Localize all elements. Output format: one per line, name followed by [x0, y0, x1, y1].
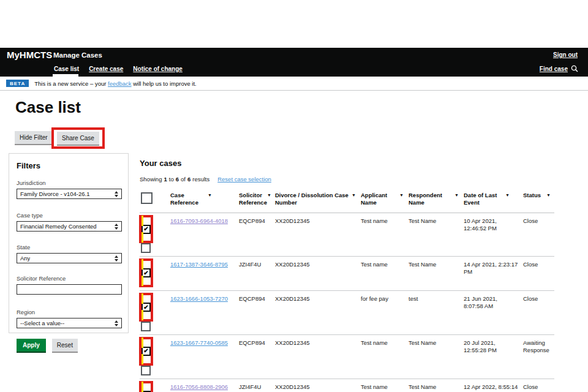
date-of-last-event-cell: 10 Apr 2021, 12:46:52 PM	[462, 213, 522, 257]
reset-button[interactable]: Reset	[52, 339, 78, 352]
share-case-button[interactable]: Share Case	[57, 132, 99, 145]
jurisdiction-select[interactable]: Family Divorce - v104-26.1	[17, 189, 122, 199]
date-of-last-event-cell: 20 Jul 2021, 12:55:28 PM	[462, 334, 522, 379]
row-checkbox[interactable]	[141, 243, 151, 253]
col-status: Status	[523, 192, 541, 199]
select-stepper-icon	[115, 191, 118, 197]
sort-icon[interactable]: ▼	[546, 192, 551, 198]
app-title: Manage Cases	[53, 51, 102, 59]
nav-item-case-list[interactable]: Case list	[54, 66, 79, 72]
applicant-name-cell: Test name	[360, 213, 407, 257]
row-checkbox-checked[interactable]: ✔	[141, 303, 151, 312]
row-checkbox-checked[interactable]: ✔	[141, 225, 151, 234]
showing-to: 6	[176, 176, 179, 183]
status-cell: Close	[522, 213, 554, 257]
beta-text-after: will help us to improve it.	[133, 80, 196, 87]
case-table-body: ✔ 1616-7093-6964-4018 EQCP894 XX20D12345…	[140, 213, 554, 392]
respondent-name-cell: Test Name	[407, 213, 462, 257]
solicitor-reference-cell: EQCP894	[238, 291, 274, 335]
reset-case-selection-link[interactable]: Reset case selection	[217, 176, 271, 183]
share-case-annotation-box: Share Case	[51, 127, 105, 149]
row-checkbox-checked[interactable]: ✔	[141, 268, 151, 277]
annotated-checkbox-wrap: ✔	[139, 258, 153, 287]
table-row: ✔ 1623-1666-1053-7270 EQCP894 XX20D12345…	[140, 291, 554, 335]
status-cell: Close	[522, 379, 554, 392]
solicitor-reference-cell: EQCP894	[238, 213, 274, 257]
applicant-name-cell: for fee pay	[360, 291, 407, 335]
hide-filter-button[interactable]: Hide Filter	[15, 131, 53, 144]
focus-ring: ✔	[141, 216, 151, 243]
respondent-name-cell: Test Name	[407, 379, 462, 392]
focus-ring: ✔	[141, 293, 151, 320]
beta-banner: BETA This is a new service – your feedba…	[0, 77, 588, 91]
divorce-case-number-cell: XX20D12345	[274, 334, 360, 379]
case-type-select[interactable]: Financial Remedy Consented	[17, 221, 122, 232]
case-reference-link[interactable]: 1617-1387-3646-8795	[170, 261, 228, 268]
state-select[interactable]: Any	[17, 253, 122, 263]
results-summary: Showing 1 to 6 of 6 results Reset case s…	[140, 176, 554, 183]
feedback-link[interactable]: feedback	[108, 80, 132, 87]
respondent-name-cell: Test Name	[407, 334, 462, 379]
region-label: Region	[17, 309, 121, 315]
annotated-checkbox-wrap: ✔	[139, 381, 153, 392]
table-row: ✔ 1617-1387-3646-8795 JZI4F4U XX20D12345…	[140, 257, 554, 291]
sort-icon[interactable]: ▼	[454, 192, 459, 198]
col-date-of-last-event: Date of Last Event	[464, 192, 505, 207]
respondent-name-cell: test	[407, 291, 462, 335]
search-icon	[571, 65, 578, 72]
jurisdiction-value: Family Divorce - v104-26.1	[20, 190, 90, 197]
region-value: --Select a value--	[20, 320, 64, 326]
select-all-checkbox[interactable]	[141, 192, 153, 204]
respondent-name-cell: Test Name	[407, 257, 462, 291]
row-checkbox[interactable]	[141, 366, 151, 375]
region-select[interactable]: --Select a value--	[17, 318, 122, 328]
main-nav: Case list Create case Notice of change	[54, 66, 183, 72]
state-label: State	[17, 244, 121, 251]
col-respondent-name: Respondent Name	[409, 192, 454, 207]
sort-icon[interactable]: ▼	[399, 192, 404, 198]
showing-prefix: Showing	[140, 176, 162, 183]
sort-icon[interactable]: ▼	[352, 192, 356, 198]
apply-button[interactable]: Apply	[17, 339, 46, 352]
results-title: Your cases	[140, 159, 554, 168]
col-divorce-case-number: Divorce / Dissolution Case Number	[275, 192, 352, 207]
sign-out-link[interactable]: Sign out	[553, 51, 578, 58]
sort-icon[interactable]: ▼	[267, 192, 271, 198]
row-checkbox-checked[interactable]: ✔	[141, 347, 151, 356]
focus-ring: ✔	[141, 337, 151, 364]
divorce-case-number-cell: XX20D12345	[274, 257, 360, 291]
annotated-checkbox-wrap: ✔	[139, 293, 153, 322]
annotated-checkbox-wrap: ✔	[139, 215, 153, 244]
find-case-label: Find case	[540, 66, 568, 72]
sort-icon[interactable]: ▼	[505, 192, 510, 198]
nav-item-notice-of-change[interactable]: Notice of change	[133, 66, 183, 72]
nav-item-create-case[interactable]: Create case	[89, 66, 123, 72]
case-reference-link[interactable]: 1616-7093-6964-4018	[170, 217, 228, 224]
date-of-last-event-cell: 14 Apr 2021, 2:23:17 PM	[462, 257, 522, 291]
beta-text-before: This is a new service – your	[34, 80, 106, 87]
col-case-reference: Case Reference	[170, 192, 208, 207]
showing-from: 1	[164, 176, 167, 183]
applicant-name-cell: Test name	[360, 334, 407, 379]
find-case-link[interactable]: Find case	[540, 65, 578, 72]
table-row: ✔ 1616-7056-8808-2906 JZI4F4U XX20D12345…	[140, 379, 554, 392]
showing-to-word: to	[169, 176, 174, 183]
beta-badge: BETA	[6, 80, 29, 87]
case-reference-link[interactable]: 1616-7056-8808-2906	[170, 383, 228, 390]
beta-text: This is a new service – your feedback wi…	[34, 80, 197, 87]
applicant-name-cell: Test name	[360, 379, 407, 392]
row-checkbox[interactable]	[141, 322, 151, 331]
showing-suffix: results	[192, 176, 209, 183]
table-header-row: Case Reference▼ Solicitor Reference▼ Div…	[140, 188, 554, 213]
date-of-last-event-cell: 21 Jun 2021, 8:07:58 AM	[462, 291, 522, 335]
focus-ring: ✔	[141, 382, 151, 392]
filter-buttons: Apply Reset	[17, 339, 121, 352]
divorce-case-number-cell: XX20D12345	[274, 291, 360, 335]
showing-total: 6	[187, 176, 190, 183]
page-title: Case list	[15, 98, 81, 117]
date-of-last-event-cell: 12 Apr 2022, 8:55:14 AM	[462, 379, 522, 392]
case-reference-link[interactable]: 1623-1666-1053-7270	[170, 295, 228, 302]
solicitor-reference-input[interactable]	[17, 284, 122, 295]
case-reference-link[interactable]: 1623-1667-7740-0585	[170, 339, 228, 346]
sort-icon[interactable]: ▼	[208, 192, 212, 198]
